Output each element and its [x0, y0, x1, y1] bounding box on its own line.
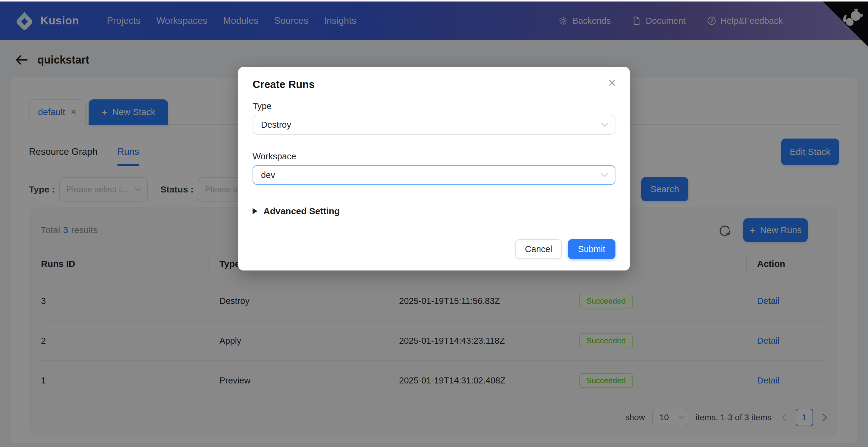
modal-footer: Cancel Submit — [253, 239, 615, 259]
modal-type-label: Type — [253, 101, 615, 111]
advanced-setting-label: Advanced Setting — [264, 206, 340, 216]
modal-type-value: Destroy — [261, 120, 291, 130]
cancel-button[interactable]: Cancel — [516, 239, 562, 259]
chevron-down-icon — [601, 170, 608, 177]
advanced-setting-toggle[interactable]: Advanced Setting — [253, 206, 615, 216]
create-runs-modal: Create Runs ✕ Type Destroy Workspace dev… — [238, 67, 630, 270]
chevron-down-icon — [601, 120, 608, 127]
modal-workspace-select[interactable]: dev — [253, 165, 615, 185]
modal-title: Create Runs — [253, 78, 615, 90]
modal-workspace-label: Workspace — [253, 152, 615, 161]
modal-close-icon[interactable]: ✕ — [608, 78, 617, 89]
caret-right-icon — [253, 208, 257, 214]
submit-button[interactable]: Submit — [568, 239, 615, 259]
modal-workspace-value: dev — [261, 170, 275, 180]
browser-top-edge — [0, 0, 868, 1]
modal-type-select[interactable]: Destroy — [253, 115, 615, 135]
screen: Kusion Projects Workspaces Modules Sourc… — [0, 0, 868, 447]
